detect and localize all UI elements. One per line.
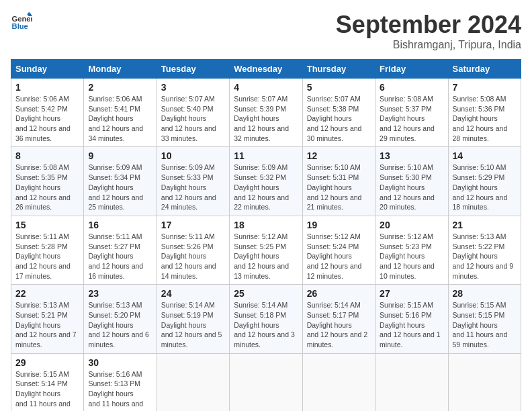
calendar-day-cell: 26 Sunrise: 5:14 AM Sunset: 5:17 PM Dayl… [302,285,375,353]
day-info: Sunrise: 5:10 AM Sunset: 5:31 PM Dayligh… [307,163,371,212]
day-number: 16 [88,220,152,230]
day-number: 17 [161,220,225,230]
calendar-body: 1 Sunrise: 5:06 AM Sunset: 5:42 PM Dayli… [11,79,521,412]
day-number: 24 [161,288,225,299]
day-info: Sunrise: 5:12 AM Sunset: 5:24 PM Dayligh… [307,232,371,281]
calendar-day-cell: 16 Sunrise: 5:11 AM Sunset: 5:27 PM Dayl… [84,216,157,284]
day-info: Sunrise: 5:11 AM Sunset: 5:28 PM Dayligh… [15,232,79,281]
calendar-day-cell: 17 Sunrise: 5:11 AM Sunset: 5:26 PM Dayl… [157,216,229,284]
calendar-day-cell: 22 Sunrise: 5:13 AM Sunset: 5:21 PM Dayl… [11,285,84,353]
day-number: 19 [307,220,371,230]
day-info: Sunrise: 5:12 AM Sunset: 5:23 PM Dayligh… [380,232,443,281]
day-info: Sunrise: 5:14 AM Sunset: 5:19 PM Dayligh… [161,300,225,349]
calendar-day-cell [375,353,448,411]
day-info: Sunrise: 5:06 AM Sunset: 5:41 PM Dayligh… [88,94,152,143]
day-info: Sunrise: 5:12 AM Sunset: 5:25 PM Dayligh… [234,232,298,281]
day-number: 3 [161,82,225,93]
calendar-day-cell: 13 Sunrise: 5:10 AM Sunset: 5:30 PM Dayl… [375,147,448,216]
calendar-day-cell: 29 Sunrise: 5:15 AM Sunset: 5:14 PM Dayl… [11,353,84,411]
calendar-day-cell: 11 Sunrise: 5:09 AM Sunset: 5:32 PM Dayl… [230,147,302,216]
weekday-header-cell: Thursday [302,60,375,79]
day-number: 10 [161,150,225,161]
calendar-day-cell: 3 Sunrise: 5:07 AM Sunset: 5:40 PM Dayli… [157,79,229,147]
calendar-day-cell [302,353,375,411]
day-number: 27 [380,288,443,299]
day-info: Sunrise: 5:11 AM Sunset: 5:26 PM Dayligh… [161,232,225,281]
weekday-header-cell: Sunday [11,60,84,79]
calendar-day-cell: 6 Sunrise: 5:08 AM Sunset: 5:37 PM Dayli… [375,79,448,147]
day-number: 9 [88,150,152,161]
calendar-day-cell [448,353,521,411]
calendar-day-cell: 9 Sunrise: 5:09 AM Sunset: 5:34 PM Dayli… [84,147,157,216]
day-info: Sunrise: 5:11 AM Sunset: 5:27 PM Dayligh… [88,232,152,281]
calendar-day-cell: 30 Sunrise: 5:16 AM Sunset: 5:13 PM Dayl… [84,353,157,411]
logo: General Blue [11,11,32,32]
day-number: 5 [307,82,371,93]
day-number: 14 [453,150,517,161]
day-info: Sunrise: 5:15 AM Sunset: 5:16 PM Dayligh… [380,300,443,349]
calendar-day-cell: 7 Sunrise: 5:08 AM Sunset: 5:36 PM Dayli… [448,79,521,147]
weekday-header-cell: Friday [375,60,448,79]
calendar-day-cell: 20 Sunrise: 5:12 AM Sunset: 5:23 PM Dayl… [375,216,448,284]
day-number: 20 [380,220,443,230]
svg-text:Blue: Blue [12,22,28,30]
day-number: 22 [15,288,79,299]
day-info: Sunrise: 5:13 AM Sunset: 5:20 PM Dayligh… [88,300,152,349]
day-number: 18 [234,220,298,230]
weekday-header-cell: Saturday [448,60,521,79]
day-info: Sunrise: 5:09 AM Sunset: 5:32 PM Dayligh… [234,163,298,212]
calendar-day-cell [230,353,302,411]
calendar-week-row: 1 Sunrise: 5:06 AM Sunset: 5:42 PM Dayli… [11,79,521,147]
day-number: 21 [453,220,517,230]
calendar-day-cell: 18 Sunrise: 5:12 AM Sunset: 5:25 PM Dayl… [230,216,302,284]
day-info: Sunrise: 5:16 AM Sunset: 5:13 PM Dayligh… [88,369,152,411]
weekday-header-cell: Wednesday [230,60,302,79]
day-info: Sunrise: 5:08 AM Sunset: 5:36 PM Dayligh… [453,94,517,143]
calendar-week-row: 22 Sunrise: 5:13 AM Sunset: 5:21 PM Dayl… [11,285,521,353]
calendar-day-cell: 15 Sunrise: 5:11 AM Sunset: 5:28 PM Dayl… [11,216,84,284]
month-title: September 2024 [336,11,521,39]
calendar-day-cell: 27 Sunrise: 5:15 AM Sunset: 5:16 PM Dayl… [375,285,448,353]
calendar-day-cell: 14 Sunrise: 5:10 AM Sunset: 5:29 PM Dayl… [448,147,521,216]
location-title: Bishramganj, Tripura, India [336,39,521,51]
calendar-day-cell: 12 Sunrise: 5:10 AM Sunset: 5:31 PM Dayl… [302,147,375,216]
day-info: Sunrise: 5:06 AM Sunset: 5:42 PM Dayligh… [15,94,79,143]
day-number: 28 [453,288,517,299]
calendar-day-cell: 21 Sunrise: 5:13 AM Sunset: 5:22 PM Dayl… [448,216,521,284]
day-info: Sunrise: 5:09 AM Sunset: 5:34 PM Dayligh… [88,163,152,212]
day-number: 1 [15,82,79,93]
day-info: Sunrise: 5:08 AM Sunset: 5:37 PM Dayligh… [380,94,443,143]
calendar-day-cell: 24 Sunrise: 5:14 AM Sunset: 5:19 PM Dayl… [157,285,229,353]
day-info: Sunrise: 5:15 AM Sunset: 5:14 PM Dayligh… [15,369,79,411]
calendar-day-cell: 1 Sunrise: 5:06 AM Sunset: 5:42 PM Dayli… [11,79,84,147]
calendar-day-cell: 23 Sunrise: 5:13 AM Sunset: 5:20 PM Dayl… [84,285,157,353]
day-number: 13 [380,150,443,161]
title-block: September 2024 Bishramganj, Tripura, Ind… [336,11,521,51]
day-info: Sunrise: 5:08 AM Sunset: 5:35 PM Dayligh… [15,163,79,212]
weekday-header-cell: Tuesday [157,60,229,79]
day-number: 6 [380,82,443,93]
day-number: 7 [453,82,517,93]
day-info: Sunrise: 5:13 AM Sunset: 5:22 PM Dayligh… [453,232,517,281]
day-number: 26 [307,288,371,299]
day-info: Sunrise: 5:07 AM Sunset: 5:40 PM Dayligh… [161,94,225,143]
calendar-day-cell: 25 Sunrise: 5:14 AM Sunset: 5:18 PM Dayl… [230,285,302,353]
calendar-day-cell: 4 Sunrise: 5:07 AM Sunset: 5:39 PM Dayli… [230,79,302,147]
day-info: Sunrise: 5:14 AM Sunset: 5:17 PM Dayligh… [307,300,371,349]
day-info: Sunrise: 5:10 AM Sunset: 5:29 PM Dayligh… [453,163,517,212]
day-number: 23 [88,288,152,299]
day-number: 30 [88,357,152,368]
header: General Blue September 2024 Bishramganj,… [11,11,521,51]
day-number: 4 [234,82,298,93]
calendar-day-cell: 8 Sunrise: 5:08 AM Sunset: 5:35 PM Dayli… [11,147,84,216]
calendar-table: SundayMondayTuesdayWednesdayThursdayFrid… [11,59,521,411]
day-info: Sunrise: 5:07 AM Sunset: 5:39 PM Dayligh… [234,94,298,143]
calendar-day-cell: 10 Sunrise: 5:09 AM Sunset: 5:33 PM Dayl… [157,147,229,216]
logo-icon: General Blue [11,11,32,32]
day-number: 15 [15,220,79,230]
calendar-week-row: 29 Sunrise: 5:15 AM Sunset: 5:14 PM Dayl… [11,353,521,411]
day-info: Sunrise: 5:13 AM Sunset: 5:21 PM Dayligh… [15,300,79,349]
day-info: Sunrise: 5:15 AM Sunset: 5:15 PM Dayligh… [453,300,517,349]
day-number: 25 [234,288,298,299]
day-info: Sunrise: 5:07 AM Sunset: 5:38 PM Dayligh… [307,94,371,143]
